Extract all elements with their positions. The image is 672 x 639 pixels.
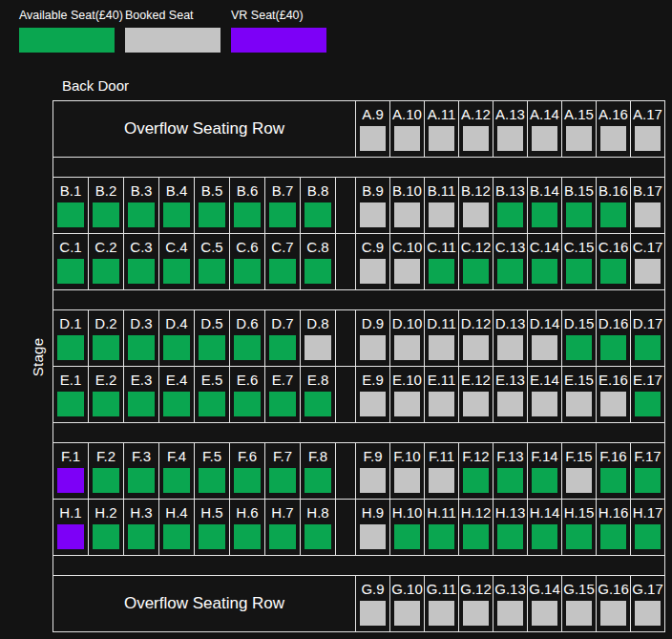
seat-H.10[interactable]: H.10 [390, 500, 425, 556]
seat-C.12[interactable]: C.12 [459, 234, 494, 290]
seat-label: D.8 [301, 310, 335, 333]
seat-F.4[interactable]: F.4 [159, 443, 195, 500]
seat-B.9: B.9 [356, 178, 390, 234]
seat-B.13[interactable]: B.13 [494, 178, 528, 234]
seat-F.1[interactable]: F.1 [53, 443, 89, 500]
seat-B.7[interactable]: B.7 [265, 178, 301, 234]
seat-D.7[interactable]: D.7 [265, 310, 301, 367]
seat-box-booked [429, 126, 454, 151]
seat-label: B.7 [265, 178, 300, 201]
seat-F.13[interactable]: F.13 [494, 443, 528, 500]
seat-box-available [163, 335, 190, 360]
seat-E.3[interactable]: E.3 [124, 367, 159, 423]
seat-F.14[interactable]: F.14 [528, 443, 562, 500]
seat-C.13[interactable]: C.13 [494, 234, 528, 290]
seat-H.3[interactable]: H.3 [124, 500, 159, 556]
seat-H.1[interactable]: H.1 [53, 500, 89, 556]
seat-C.15[interactable]: C.15 [562, 234, 597, 290]
seat-row: D.1D.2D.3D.4D.5D.6D.7D.8D.9D.10D.11D.12D… [53, 310, 665, 367]
seat-H.11[interactable]: H.11 [425, 500, 459, 556]
seat-H.15[interactable]: H.15 [562, 500, 597, 556]
seat-C.14[interactable]: C.14 [528, 234, 562, 290]
seat-H.5[interactable]: H.5 [195, 500, 230, 556]
seat-F.5[interactable]: F.5 [195, 443, 230, 500]
seat-F.16[interactable]: F.16 [597, 443, 631, 500]
seat-E.2[interactable]: E.2 [89, 367, 124, 423]
seat-D.17[interactable]: D.17 [631, 310, 665, 367]
seat-F.9: F.9 [356, 443, 390, 500]
seat-C.11[interactable]: C.11 [425, 234, 459, 290]
seat-B.5[interactable]: B.5 [195, 178, 230, 234]
seat-B.15[interactable]: B.15 [562, 178, 597, 234]
seat-F.3[interactable]: F.3 [124, 443, 159, 500]
seat-D.4[interactable]: D.4 [159, 310, 195, 367]
seat-label: F.14 [528, 443, 561, 466]
seat-H.13[interactable]: H.13 [494, 500, 528, 556]
seat-F.8[interactable]: F.8 [301, 443, 336, 500]
seat-E.17[interactable]: E.17 [631, 367, 665, 423]
seat-C.6[interactable]: C.6 [230, 234, 265, 290]
seat-D.3[interactable]: D.3 [124, 310, 159, 367]
seat-box-available [304, 202, 331, 227]
seat-H.7[interactable]: H.7 [265, 500, 301, 556]
seat-B.16[interactable]: B.16 [597, 178, 631, 234]
seat-box-available [234, 202, 261, 227]
seat-F.6[interactable]: F.6 [230, 443, 265, 500]
seat-E.1[interactable]: E.1 [53, 367, 89, 423]
seat-box-booked [532, 392, 557, 416]
seat-F.7[interactable]: F.7 [265, 443, 301, 500]
seat-B.14[interactable]: B.14 [528, 178, 562, 234]
aisle-gap [336, 367, 356, 423]
seat-C.1[interactable]: C.1 [53, 234, 89, 290]
seat-F.17[interactable]: F.17 [631, 443, 665, 500]
seat-B.4[interactable]: B.4 [159, 178, 195, 234]
seat-D.1[interactable]: D.1 [53, 310, 89, 367]
seat-C.5[interactable]: C.5 [195, 234, 230, 290]
seat-H.2[interactable]: H.2 [89, 500, 124, 556]
seat-H.17[interactable]: H.17 [631, 500, 665, 556]
seat-C.7[interactable]: C.7 [265, 234, 301, 290]
seat-E.8[interactable]: E.8 [301, 367, 336, 423]
seat-B.2[interactable]: B.2 [89, 178, 124, 234]
seat-D.15[interactable]: D.15 [562, 310, 597, 367]
seat-label: E.6 [230, 367, 264, 390]
seat-box-available [199, 392, 225, 416]
seat-D.16[interactable]: D.16 [597, 310, 631, 367]
seat-B.1[interactable]: B.1 [53, 178, 89, 234]
seat-E.7[interactable]: E.7 [265, 367, 301, 423]
seat-H.8[interactable]: H.8 [301, 500, 336, 556]
spacer-row [53, 158, 665, 178]
seat-label: D.6 [230, 310, 264, 333]
seat-label: G.14 [528, 576, 561, 599]
seat-B.8[interactable]: B.8 [301, 178, 336, 234]
seat-box-available [269, 392, 296, 416]
seat-H.16[interactable]: H.16 [597, 500, 631, 556]
seat-E.4[interactable]: E.4 [159, 367, 195, 423]
seat-E.5[interactable]: E.5 [195, 367, 230, 423]
seat-C.4[interactable]: C.4 [159, 234, 195, 290]
seat-F.2[interactable]: F.2 [89, 443, 124, 500]
seat-H.12[interactable]: H.12 [459, 500, 494, 556]
seat-H.6[interactable]: H.6 [230, 500, 265, 556]
seat-C.16[interactable]: C.16 [597, 234, 631, 290]
seat-D.6[interactable]: D.6 [230, 310, 265, 367]
seat-row: E.1E.2E.3E.4E.5E.6E.7E.8E.9E.10E.11E.12E… [53, 367, 665, 423]
seat-C.2[interactable]: C.2 [89, 234, 124, 290]
seat-label: H.8 [301, 500, 335, 522]
seat-E.6[interactable]: E.6 [230, 367, 265, 423]
seat-D.2[interactable]: D.2 [89, 310, 124, 367]
seat-box-available [463, 259, 489, 284]
seat-box-available [532, 259, 557, 284]
seat-B.6[interactable]: B.6 [230, 178, 265, 234]
seat-F.12[interactable]: F.12 [459, 443, 494, 500]
seat-box-booked [566, 126, 592, 151]
seat-B.12: B.12 [459, 178, 494, 234]
seat-B.3[interactable]: B.3 [124, 178, 159, 234]
seat-C.3[interactable]: C.3 [124, 234, 159, 290]
seat-H.4[interactable]: H.4 [159, 500, 195, 556]
seat-H.14[interactable]: H.14 [528, 500, 562, 556]
seat-D.5[interactable]: D.5 [195, 310, 230, 367]
stage-label: Stage [30, 338, 46, 377]
seat-box-booked [360, 259, 386, 284]
seat-C.8[interactable]: C.8 [301, 234, 336, 290]
